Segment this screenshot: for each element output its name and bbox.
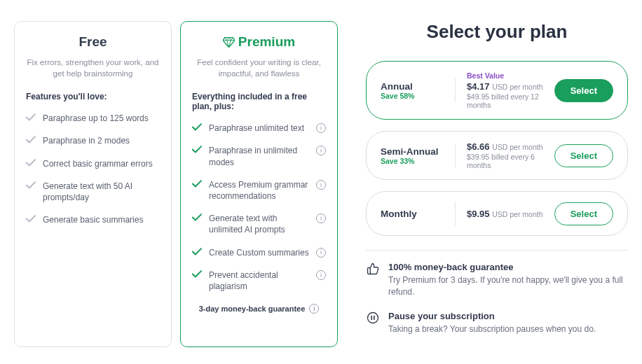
plan-save: Save 58%: [381, 92, 444, 100]
feature-text: Paraphrase up to 125 words: [43, 113, 160, 124]
premium-title-text: Premium: [238, 34, 295, 50]
note-title: Pause your subscription: [388, 311, 596, 321]
note-body: 100% money-back guaranteeTry Premium for…: [388, 262, 628, 298]
notes-section: 100% money-back guaranteeTry Premium for…: [366, 262, 628, 335]
feature-text: Correct basic grammar errors: [43, 158, 160, 169]
plan-price: $6.66 USD per month: [467, 141, 543, 152]
check-icon: [26, 136, 36, 144]
plan-name: Annual: [381, 81, 444, 92]
note-desc: Taking a break? Your subscription pauses…: [388, 323, 596, 335]
check-icon: [192, 146, 202, 153]
premium-desc: Feel confident your writing is clear, im…: [192, 57, 326, 79]
free-features-heading: Features you'll love:: [26, 92, 160, 102]
plan-price: $9.95 USD per month: [467, 209, 543, 219]
plan-name: Semi-Annual: [381, 146, 444, 157]
select-button[interactable]: Select: [554, 202, 613, 225]
plan-mid: $6.66 USD per month$39.95 billed every 6…: [467, 141, 543, 169]
select-button[interactable]: Select: [554, 144, 613, 167]
premium-feature-item: Access Premium grammar recommendationsi: [192, 179, 326, 202]
feature-text: Paraphrase in 2 modes: [43, 135, 160, 146]
plan-divider: [455, 202, 456, 225]
plan-billed: $49.95 billed every 12 months: [467, 92, 543, 109]
premium-feature-item: Create Custom summariesi: [192, 247, 326, 258]
free-feature-item: Correct basic grammar errors: [26, 158, 160, 169]
free-feature-item: Paraphrase up to 125 words: [26, 113, 160, 124]
feature-text: Generate text with unlimited AI prompts: [209, 213, 309, 235]
plan-option-annual[interactable]: AnnualSave 58%Best Value$4.17 USD per mo…: [366, 61, 628, 120]
svg-rect-1: [371, 316, 372, 320]
plan-divider: [455, 78, 456, 102]
svg-rect-2: [374, 316, 375, 320]
plan-left: AnnualSave 58%: [381, 81, 444, 100]
plan-options: AnnualSave 58%Best Value$4.17 USD per mo…: [366, 61, 628, 236]
plan-mid: $9.95 USD per month: [467, 209, 543, 219]
premium-features-heading: Everything included in a free plan, plus…: [192, 92, 326, 111]
pause-icon: [366, 311, 380, 325]
plan-option-monthly[interactable]: Monthly$9.95 USD per monthSelect: [366, 191, 628, 236]
check-icon: [192, 270, 202, 278]
info-icon[interactable]: i: [316, 146, 326, 155]
select-button[interactable]: Select: [554, 79, 613, 102]
plan-billed: $39.95 billed every 6 months: [467, 153, 543, 169]
premium-feature-item: Paraphrase in unlimited modesi: [192, 145, 326, 167]
divider: [366, 250, 628, 251]
svg-point-0: [368, 312, 378, 323]
premium-feature-item: Generate text with unlimited AI promptsi: [192, 213, 326, 235]
check-icon: [26, 159, 36, 167]
feature-text: Create Custom summaries: [209, 247, 309, 258]
check-icon: [192, 123, 202, 131]
check-icon: [192, 248, 202, 255]
plan-save: Save 33%: [381, 157, 444, 165]
note-item: 100% money-back guaranteeTry Premium for…: [366, 262, 628, 298]
feature-text: Access Premium grammar recommendations: [209, 179, 309, 202]
free-features-list: Paraphrase up to 125 wordsParaphrase in …: [26, 113, 160, 225]
free-feature-item: Paraphrase in 2 modes: [26, 135, 160, 146]
feature-text: Paraphrase unlimited text: [209, 122, 309, 134]
note-desc: Try Premium for 3 days. If you're not ha…: [388, 274, 628, 298]
thumb-up-icon: [366, 262, 380, 276]
plan-divider: [455, 144, 456, 167]
info-icon[interactable]: i: [316, 270, 326, 280]
feature-text: Generate text with 50 AI prompts/day: [43, 181, 160, 203]
note-body: Pause your subscriptionTaking a break? Y…: [388, 311, 596, 335]
free-feature-item: Generate text with 50 AI prompts/day: [26, 181, 160, 203]
feature-text: Prevent accidental plagiarism: [209, 270, 309, 292]
info-icon[interactable]: i: [316, 248, 326, 258]
guarantee-badge: 3-day money-back guarantee i: [192, 303, 326, 314]
feature-text: Paraphrase in unlimited modes: [209, 145, 309, 167]
plan-left: Monthly: [381, 209, 444, 219]
check-icon: [26, 215, 36, 223]
free-plan-card: Free Fix errors, strengthen your work, a…: [14, 21, 172, 347]
free-feature-item: Generate basic summaries: [26, 214, 160, 225]
plan-price: $4.17 USD per month: [467, 81, 543, 92]
plan-name: Monthly: [381, 209, 444, 219]
premium-feature-item: Paraphrase unlimited texti: [192, 122, 326, 134]
info-icon[interactable]: i: [316, 123, 326, 133]
check-icon: [26, 181, 36, 189]
plan-left: Semi-AnnualSave 33%: [381, 146, 444, 165]
premium-features-list: Paraphrase unlimited textiParaphrase in …: [192, 122, 326, 292]
premium-feature-item: Prevent accidental plagiarismi: [192, 270, 326, 292]
info-icon[interactable]: i: [316, 180, 326, 190]
guarantee-text: 3-day money-back guarantee: [199, 304, 306, 313]
note-title: 100% money-back guarantee: [388, 262, 628, 272]
premium-plan-card: Premium Feel confident your writing is c…: [180, 21, 338, 347]
check-icon: [26, 113, 36, 121]
diamond-icon: [223, 37, 235, 48]
premium-title: Premium: [192, 34, 326, 50]
info-icon[interactable]: i: [309, 304, 319, 314]
check-icon: [192, 214, 202, 221]
free-title: Free: [26, 34, 160, 50]
note-item: Pause your subscriptionTaking a break? Y…: [366, 311, 628, 335]
plan-option-semi-annual[interactable]: Semi-AnnualSave 33%$6.66 USD per month$3…: [366, 131, 628, 180]
check-icon: [192, 180, 202, 188]
free-desc: Fix errors, strengthen your work, and ge…: [26, 57, 160, 79]
feature-text: Generate basic summaries: [43, 214, 160, 225]
plan-mid: Best Value$4.17 USD per month$49.95 bill…: [467, 71, 543, 109]
best-value-badge: Best Value: [467, 71, 543, 80]
info-icon[interactable]: i: [316, 214, 326, 223]
select-plan-title: Select your plan: [366, 21, 628, 43]
